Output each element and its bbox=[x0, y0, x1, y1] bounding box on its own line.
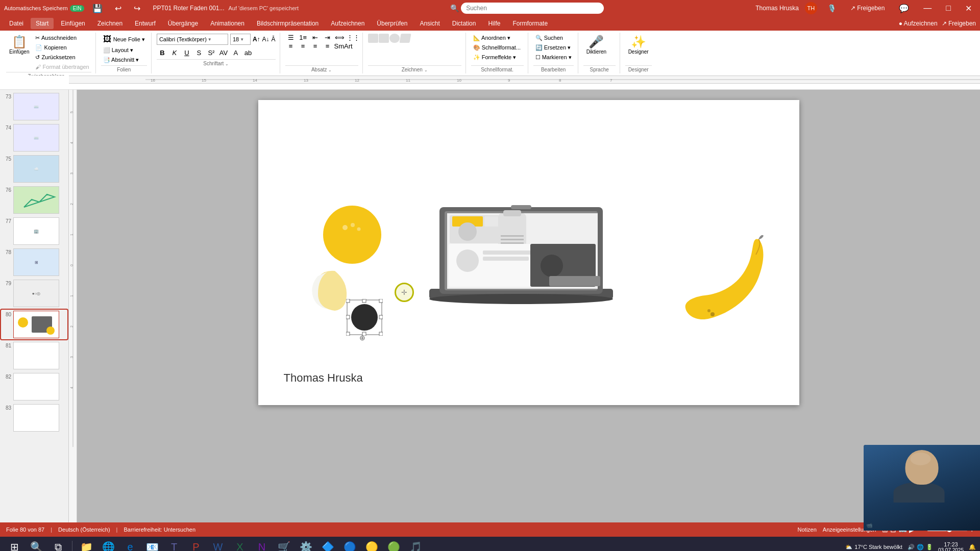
strikethrough-btn[interactable]: S bbox=[193, 47, 205, 58]
selected-dark-circle[interactable]: ⊕ ⊕ bbox=[350, 303, 379, 332]
menu-formformate[interactable]: Formformate bbox=[507, 18, 553, 29]
slide-thumb-73[interactable]: 73 ⌨️ bbox=[1, 92, 67, 121]
dictation-ribbon-button[interactable]: 🎙️ bbox=[823, 4, 840, 12]
maximize-button[interactable]: □ bbox=[942, 4, 955, 13]
menu-dictation[interactable]: Dictation bbox=[447, 18, 481, 29]
search-input[interactable] bbox=[461, 3, 604, 14]
decrease-font-btn[interactable]: A↓ bbox=[262, 36, 270, 43]
save-button[interactable]: 💾 bbox=[88, 4, 107, 13]
taskbar-onenote[interactable]: N bbox=[252, 538, 272, 551]
menu-aufzeichnen[interactable]: Aufzeichnen bbox=[326, 18, 370, 29]
char-spacing-btn[interactable]: AV bbox=[218, 47, 229, 58]
redo-button[interactable]: ↪ bbox=[130, 4, 144, 13]
taskview-btn[interactable]: ⧉ bbox=[48, 538, 68, 551]
highlight-btn[interactable]: ab bbox=[242, 47, 254, 58]
zuruecksetzen-btn[interactable]: ↺ Zurücksetzen bbox=[33, 53, 91, 62]
taskbar-chrome[interactable]: 🌐 bbox=[98, 538, 118, 551]
numbered-list-btn[interactable]: 1≡ bbox=[298, 34, 309, 41]
taskbar-misc1[interactable]: 🔷 bbox=[317, 538, 338, 551]
slide-thumb-83[interactable]: 83 bbox=[1, 403, 67, 433]
taskbar-teams[interactable]: T bbox=[164, 538, 184, 551]
designer-btn[interactable]: ✨ Designer bbox=[625, 34, 652, 56]
start-btn[interactable]: ⊞ bbox=[4, 538, 24, 551]
freigeben-button[interactable]: ↗ Freigeben bbox=[942, 20, 976, 27]
font-size-select[interactable]: 18 ▼ bbox=[230, 34, 251, 45]
shadow-btn[interactable]: S² bbox=[206, 47, 217, 58]
menu-start[interactable]: Start bbox=[31, 18, 54, 29]
align-right-btn[interactable]: ≡ bbox=[310, 42, 321, 50]
taskbar-search-btn[interactable]: 🔍 bbox=[26, 538, 46, 551]
smartart-btn[interactable]: SmArt bbox=[334, 42, 346, 50]
taskbar-misc2[interactable]: 🔵 bbox=[339, 538, 360, 551]
underline-btn[interactable]: U bbox=[181, 47, 192, 58]
menu-uebergaenge[interactable]: Übergänge bbox=[163, 18, 203, 29]
menu-ueberpruefen[interactable]: Überprüfen bbox=[372, 18, 412, 29]
format-btn[interactable]: 🖌 Format übertragen bbox=[33, 63, 91, 71]
taskbar-misc3[interactable]: 🟡 bbox=[361, 538, 382, 551]
aufzeichnen-button[interactable]: ● Aufzeichnen bbox=[899, 20, 938, 27]
font-family-select[interactable]: Calibri (Textkörper) ▼ bbox=[157, 34, 228, 45]
slide-thumb-80[interactable]: 80 bbox=[1, 310, 67, 339]
minimize-button[interactable]: — bbox=[919, 4, 936, 13]
increase-font-btn[interactable]: A↑ bbox=[253, 36, 260, 43]
kopieren-btn[interactable]: 📄 Kopieren bbox=[33, 43, 91, 52]
clear-format-btn[interactable]: Ā bbox=[272, 36, 276, 43]
slide-thumb-77[interactable]: 77 🏢 bbox=[1, 216, 67, 246]
anordnen-btn[interactable]: 📐 Anordnen ▾ bbox=[471, 34, 524, 42]
increase-indent-btn[interactable]: ⇥ bbox=[322, 34, 333, 41]
taskbar-settings[interactable]: ⚙️ bbox=[296, 538, 316, 551]
slide-canvas[interactable]: ⊕ ⊕ ✛ Thomas Hruska bbox=[258, 100, 799, 405]
slide-thumb-79[interactable]: 79 ●○◎ bbox=[1, 279, 67, 308]
share-button[interactable]: ↗ Freigeben bbox=[846, 5, 889, 12]
text-direction-btn[interactable]: ⟺ bbox=[334, 34, 346, 41]
menu-hilfe[interactable]: Hilfe bbox=[483, 18, 505, 29]
ersetzen-btn[interactable]: 🔄 Ersetzen ▾ bbox=[533, 43, 574, 52]
menu-ansicht[interactable]: Ansicht bbox=[414, 18, 445, 29]
notification-btn[interactable]: 🔔 bbox=[969, 544, 976, 550]
taskbar-excel[interactable]: X bbox=[230, 538, 250, 551]
taskbar-edge[interactable]: e bbox=[120, 538, 140, 551]
shape-btn-3[interactable] bbox=[389, 34, 400, 43]
layout-btn[interactable]: ⬜ Layout ▾ bbox=[101, 46, 147, 55]
notes-btn[interactable]: Notizen bbox=[798, 527, 817, 533]
menu-bildschirm[interactable]: Bildschirmpräsentation bbox=[252, 18, 324, 29]
slide-thumb-76[interactable]: 76 bbox=[1, 185, 67, 215]
shape-btn-1[interactable] bbox=[368, 34, 378, 43]
close-button[interactable]: ✕ bbox=[961, 4, 976, 13]
font-color-btn[interactable]: A bbox=[230, 47, 241, 58]
align-left-btn[interactable]: ≡ bbox=[285, 42, 297, 50]
taskbar-word[interactable]: W bbox=[208, 538, 228, 551]
neue-folie-btn[interactable]: 🖼 Neue Folie ▾ bbox=[101, 34, 147, 45]
diktieren-btn[interactable]: 🎤 Diktieren bbox=[583, 34, 609, 56]
menu-zeichnen[interactable]: Zeichnen bbox=[92, 18, 128, 29]
menu-einfuegen[interactable]: Einfügen bbox=[56, 18, 90, 29]
taskbar-powerpoint[interactable]: P bbox=[186, 538, 206, 551]
author-text[interactable]: Thomas Hruska bbox=[284, 371, 363, 385]
yellow-circle-object[interactable] bbox=[322, 205, 382, 265]
suchen-btn[interactable]: 🔍 Suchen bbox=[533, 34, 574, 42]
shape-btn-4[interactable] bbox=[399, 34, 411, 43]
abschnitt-btn[interactable]: 📑 Abschnitt ▾ bbox=[101, 56, 147, 64]
taskbar-store[interactable]: 🛒 bbox=[274, 538, 294, 551]
taskbar-systray[interactable]: 🔊 🌐 🔋 bbox=[908, 544, 933, 550]
align-center-btn[interactable]: ≡ bbox=[298, 42, 309, 50]
bullet-list-btn[interactable]: ☰ bbox=[285, 34, 297, 41]
markieren-btn[interactable]: ☐ Markieren ▾ bbox=[533, 53, 574, 62]
slide-thumb-82[interactable]: 82 bbox=[1, 372, 67, 402]
menu-entwurf[interactable]: Entwurf bbox=[130, 18, 161, 29]
autosave-toggle[interactable]: Automatisches Speichern EIN bbox=[4, 5, 84, 12]
ausschneiden-btn[interactable]: ✂ Ausschneiden bbox=[33, 34, 91, 42]
slide-thumb-74[interactable]: 74 ⌨️ bbox=[1, 123, 67, 153]
formeffekte-btn[interactable]: ✨ Formeffekte ▾ bbox=[471, 53, 524, 62]
columns-btn[interactable]: ⋮⋮ bbox=[347, 34, 358, 41]
bold-btn[interactable]: B bbox=[157, 47, 168, 58]
slide-thumb-81[interactable]: 81 bbox=[1, 341, 67, 370]
taskbar-misc5[interactable]: 🎵 bbox=[405, 538, 426, 551]
slide-thumb-75[interactable]: 75 ☁️ bbox=[1, 154, 67, 184]
justify-btn[interactable]: ≡ bbox=[322, 42, 333, 50]
taskbar-outlook[interactable]: 📧 bbox=[142, 538, 162, 551]
menu-animationen[interactable]: Animationen bbox=[205, 18, 250, 29]
italic-btn[interactable]: K bbox=[169, 47, 180, 58]
crescent-object[interactable] bbox=[307, 266, 348, 307]
shape-btn-2[interactable] bbox=[379, 34, 389, 43]
